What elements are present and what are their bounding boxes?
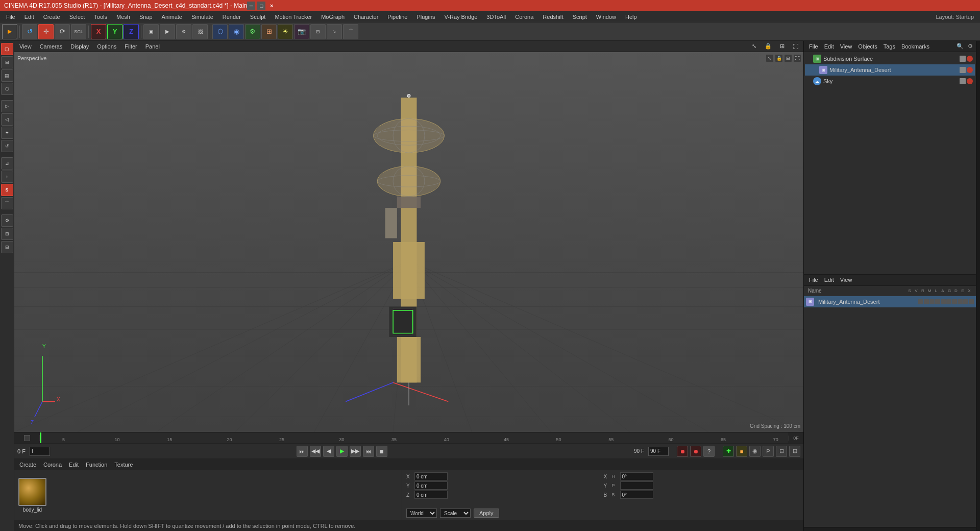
frame-input[interactable]: [30, 447, 50, 456]
obj-menu-objects[interactable]: Objects: [856, 42, 879, 51]
sidebar-snap1-button[interactable]: ⊿: [1, 157, 13, 170]
menu-window[interactable]: Window: [592, 13, 620, 21]
minimize-button[interactable]: ─: [247, 2, 255, 10]
vp-maximize-button[interactable]: ⛶: [791, 42, 800, 51]
vp-menu-cameras[interactable]: Cameras: [38, 42, 65, 51]
obj-dot-ant1[interactable]: [967, 67, 973, 73]
p-rotation-input[interactable]: [620, 481, 653, 490]
vp-grid-button[interactable]: ⊞: [778, 42, 787, 51]
attr-toggle-l[interactable]: [941, 299, 946, 304]
playback-play-button[interactable]: ▶: [336, 446, 348, 457]
obj-row-sky[interactable]: ☁ Sky: [805, 76, 975, 87]
attr-menu-view[interactable]: View: [838, 276, 854, 284]
attr-toggle-x[interactable]: [969, 299, 974, 304]
vp-menu-panel[interactable]: Panel: [143, 42, 162, 51]
y-position-input[interactable]: [414, 481, 448, 490]
vp-expand-button[interactable]: ⤡: [750, 42, 758, 51]
playback-stop-button[interactable]: ⏹: [376, 446, 387, 457]
vp-menu-options[interactable]: Options: [95, 42, 118, 51]
attr-toggle-d[interactable]: [958, 299, 963, 304]
maximize-button[interactable]: □: [257, 2, 265, 10]
help-button[interactable]: ?: [703, 446, 715, 457]
toolbar-render-view-button[interactable]: ▶: [160, 24, 175, 39]
obj-tag-sky1[interactable]: [960, 78, 966, 84]
toolbar-move-button[interactable]: ✛: [38, 24, 54, 39]
menu-render[interactable]: Render: [218, 13, 245, 21]
obj-tag1[interactable]: [960, 56, 966, 62]
attr-toggle-v[interactable]: [924, 299, 929, 304]
right-scrollbar[interactable]: [804, 527, 976, 531]
menu-character[interactable]: Character: [350, 13, 382, 21]
obj-menu-tags[interactable]: Tags: [881, 42, 897, 51]
x-position-input[interactable]: [414, 472, 448, 480]
menu-redshift[interactable]: Redshift: [538, 13, 567, 21]
sidebar-tool2-button[interactable]: ◁: [1, 113, 13, 126]
sidebar-tool4-button[interactable]: ↺: [1, 140, 13, 152]
sidebar-object-mode-button[interactable]: ▢: [1, 43, 13, 55]
playback-end-button[interactable]: ⏭: [297, 446, 308, 457]
toolbar-nurbs-button[interactable]: ⚙: [245, 24, 260, 39]
auto-key-button[interactable]: ⏺: [690, 446, 701, 457]
toolbar-deform-button[interactable]: ⌒: [343, 24, 358, 39]
obj-dot1[interactable]: [967, 56, 973, 62]
vp-nav-grid-button[interactable]: ⊞: [784, 54, 792, 62]
sidebar-grid-button[interactable]: ⊞: [1, 228, 13, 240]
menu-file[interactable]: File: [2, 13, 19, 21]
mat-menu-texture[interactable]: Texture: [112, 461, 135, 469]
toolbar-x-button[interactable]: X: [91, 24, 106, 39]
menu-pipeline[interactable]: Pipeline: [383, 13, 411, 21]
menu-tools[interactable]: Tools: [90, 13, 111, 21]
attr-toggle-s[interactable]: [918, 299, 923, 304]
motion-btn2[interactable]: ■: [736, 446, 747, 457]
menu-vray-bridge[interactable]: V-Ray Bridge: [440, 13, 482, 21]
attr-menu-edit[interactable]: Edit: [822, 276, 836, 284]
attr-menu-file[interactable]: File: [807, 276, 820, 284]
b-rotation-input[interactable]: [620, 491, 653, 499]
playback-step-back-button[interactable]: ◀◀: [310, 446, 321, 457]
toolbar-light-button[interactable]: ☀: [278, 24, 293, 39]
motion-btn5[interactable]: ⊟: [776, 446, 787, 457]
obj-settings-icon[interactable]: ⚙: [968, 43, 973, 50]
sidebar-extra-button[interactable]: ⊞: [1, 241, 13, 253]
scale-dropdown[interactable]: Scale: [440, 509, 471, 518]
toolbar-cube-button[interactable]: ⬡: [212, 24, 228, 39]
vp-menu-view[interactable]: View: [17, 42, 34, 51]
end-frame-input[interactable]: [648, 447, 669, 456]
sidebar-poly-button[interactable]: ⬡: [1, 83, 13, 95]
menu-animate[interactable]: Animate: [158, 13, 186, 21]
mat-menu-edit[interactable]: Edit: [67, 461, 81, 469]
playback-back-button[interactable]: ◀: [323, 446, 334, 457]
sidebar-tool3-button[interactable]: ✦: [1, 127, 13, 139]
toolbar-cloner-button[interactable]: ⊞: [261, 24, 277, 39]
obj-menu-file[interactable]: File: [807, 42, 820, 51]
menu-help[interactable]: Help: [621, 13, 641, 21]
vp-menu-display[interactable]: Display: [68, 42, 91, 51]
obj-menu-view[interactable]: View: [838, 42, 854, 51]
apply-button[interactable]: Apply: [474, 509, 499, 518]
menu-plugins[interactable]: Plugins: [412, 13, 439, 21]
toolbar-floor-button[interactable]: ⊟: [310, 24, 326, 39]
vp-nav-lock-button[interactable]: 🔒: [775, 54, 783, 62]
playback-step-forward-button[interactable]: ▶▶: [350, 446, 361, 457]
toolbar-rotate-button[interactable]: ⟳: [55, 24, 70, 39]
material-item[interactable]: body_lid: [18, 478, 46, 513]
attribute-selected-row[interactable]: ⊞ Military_Antenna_Desert: [804, 296, 976, 307]
menu-script[interactable]: Script: [569, 13, 591, 21]
mat-menu-corona[interactable]: Corona: [41, 461, 64, 469]
record-button[interactable]: ⏺: [677, 446, 688, 457]
vp-menu-filter[interactable]: Filter: [122, 42, 139, 51]
h-rotation-input[interactable]: [620, 472, 653, 480]
toolbar-mode-button[interactable]: ▶: [2, 24, 17, 39]
toolbar-z-button[interactable]: Z: [124, 24, 139, 39]
menu-mograph[interactable]: MoGraph: [317, 13, 349, 21]
mat-menu-create[interactable]: Create: [17, 461, 38, 469]
menu-3dtoall[interactable]: 3DToAll: [482, 13, 510, 21]
sidebar-points-button[interactable]: ⊞: [1, 56, 13, 68]
obj-menu-edit[interactable]: Edit: [822, 42, 836, 51]
menu-snap[interactable]: Snap: [135, 13, 157, 21]
toolbar-sphere-button[interactable]: ◉: [229, 24, 244, 39]
menu-select[interactable]: Select: [65, 13, 89, 21]
vp-nav-expand-button[interactable]: ⤡: [766, 54, 774, 62]
playback-start-button[interactable]: ⏮: [363, 446, 374, 457]
menu-simulate[interactable]: Simulate: [187, 13, 217, 21]
